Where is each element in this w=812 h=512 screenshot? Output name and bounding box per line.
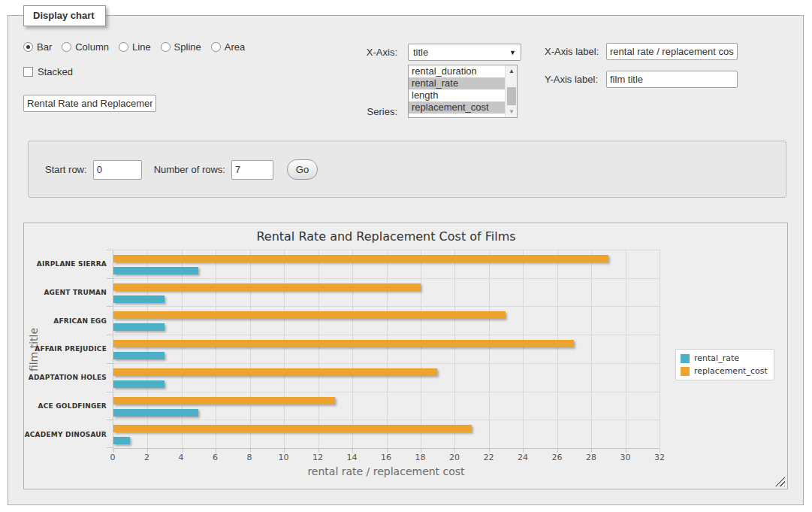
legend-item-rental_rate[interactable]: rental_rate	[681, 353, 768, 363]
category-label: ACADEMY DINOSAUR	[44, 420, 110, 449]
y-tick-mark	[107, 306, 113, 307]
option-replacement_cost[interactable]: replacement_cost	[409, 101, 505, 114]
y-axis-label-label: Y-Axis label:	[545, 74, 598, 85]
go-button[interactable]: Go	[287, 159, 318, 180]
y-tick-mark	[107, 420, 113, 420]
x-tick-label: 30	[620, 453, 631, 462]
category-row	[113, 335, 660, 363]
plot-area	[113, 250, 660, 449]
bar-replacement_cost[interactable]	[113, 397, 335, 404]
option-rental_duration[interactable]: rental_duration	[409, 65, 505, 77]
radio-area[interactable]: Area	[211, 41, 245, 53]
bar-rental_rate[interactable]	[113, 352, 165, 359]
y-tick-mark	[107, 363, 113, 364]
bar-rental_rate[interactable]	[113, 295, 165, 303]
radio-line[interactable]: Line	[119, 41, 151, 53]
radio-spline[interactable]: Spline	[161, 41, 201, 53]
option-rental_rate[interactable]: rental_rate	[409, 77, 505, 89]
gridline	[660, 250, 660, 448]
bar-rental_rate[interactable]	[113, 409, 198, 417]
legend-label: replacement_cost	[694, 366, 768, 376]
radio-icon	[119, 42, 128, 52]
legend-swatch-icon	[681, 354, 690, 363]
category-label: AFFAIR PREJUDICE	[44, 335, 110, 364]
resize-grip-icon[interactable]	[775, 477, 785, 486]
series-scrollbar[interactable]: ▲ ▼	[505, 65, 517, 117]
y-tick-mark	[107, 335, 113, 335]
row-controls-panel: Start row: Number of rows: Go	[28, 141, 786, 198]
start-row-label: Start row:	[45, 164, 87, 175]
x-tick-label: 18	[415, 453, 426, 462]
y-axis-category-labels: AIRPLANE SIERRAAGENT TRUMANAFRICAN EGGAF…	[44, 250, 110, 449]
category-row	[113, 392, 660, 420]
radio-column[interactable]: Column	[62, 41, 109, 53]
x-axis-label-input[interactable]	[606, 43, 738, 60]
series-label: Series:	[357, 106, 397, 117]
radio-icon	[62, 42, 71, 52]
chart-type-radio-group: BarColumnLineSplineArea	[23, 41, 245, 53]
stacked-checkbox[interactable]	[23, 67, 33, 77]
legend-item-replacement_cost[interactable]: replacement_cost	[681, 366, 768, 376]
x-axis-select-label: X-Axis:	[363, 47, 397, 58]
bar-replacement_cost[interactable]	[113, 340, 574, 347]
start-row-input[interactable]	[93, 160, 142, 180]
x-tick-label: 22	[484, 453, 494, 462]
bar-replacement_cost[interactable]	[113, 368, 437, 376]
radio-bar[interactable]: Bar	[23, 41, 52, 53]
bar-rental_rate[interactable]	[113, 267, 198, 274]
display-chart-fieldset: Display chart BarColumnLineSplineArea St…	[8, 15, 804, 505]
x-tick-label: 2	[144, 453, 149, 462]
bar-replacement_cost[interactable]	[113, 255, 608, 262]
category-label: ACE GOLDFINGER	[44, 392, 110, 420]
radio-label: Spline	[174, 41, 201, 53]
x-tick-label: 6	[213, 453, 218, 462]
stacked-label: Stacked	[38, 66, 73, 77]
bar-replacement_cost[interactable]	[113, 283, 421, 291]
y-axis-label-input[interactable]	[606, 71, 738, 88]
num-rows-input[interactable]	[231, 160, 273, 180]
y-tick-mark	[107, 392, 113, 392]
scrollbar-thumb[interactable]	[507, 87, 516, 105]
category-row	[113, 250, 660, 278]
bar-rental_rate[interactable]	[113, 323, 165, 331]
scroll-down-icon[interactable]: ▼	[506, 106, 518, 117]
x-axis-title: rental rate / replacement cost	[113, 465, 660, 477]
category-row	[113, 278, 660, 307]
option-length[interactable]: length	[409, 89, 505, 101]
y-tick-mark	[107, 447, 113, 448]
x-tick-label: 14	[347, 453, 358, 462]
x-tick-label: 28	[586, 453, 596, 462]
radio-icon	[211, 42, 221, 52]
bar-rental_rate[interactable]	[113, 380, 165, 388]
series-multiselect[interactable]: rental_durationrental_ratelengthreplacem…	[408, 65, 518, 118]
category-label: AIRPLANE SIERRA	[44, 250, 110, 278]
series-options: rental_durationrental_ratelengthreplacem…	[409, 65, 505, 117]
num-rows-label: Number of rows:	[154, 164, 225, 175]
radio-label: Area	[225, 41, 245, 53]
x-tick-label: 32	[654, 453, 665, 462]
category-row	[113, 420, 660, 448]
category-label: AFRICAN EGG	[44, 307, 110, 335]
category-row	[113, 363, 660, 392]
x-tick-label: 8	[247, 453, 252, 462]
bar-replacement_cost[interactable]	[113, 425, 472, 432]
x-tick-label: 10	[279, 453, 289, 462]
radio-icon	[23, 42, 33, 52]
radio-label: Column	[75, 41, 109, 53]
x-tick-label: 16	[381, 453, 391, 462]
x-tick-label: 0	[110, 453, 116, 462]
x-tick-label: 20	[449, 453, 460, 462]
scroll-up-icon[interactable]: ▲	[506, 65, 518, 77]
bar-rental_rate[interactable]	[113, 437, 130, 444]
chart-title-input[interactable]	[23, 95, 156, 112]
x-axis-select[interactable]: title ▼	[408, 44, 521, 61]
x-tick-label: 12	[312, 453, 323, 462]
legend-swatch-icon	[681, 367, 690, 376]
chevron-down-icon: ▼	[509, 49, 516, 56]
y-tick-mark	[107, 250, 113, 250]
x-tick-label: 24	[518, 453, 528, 462]
stacked-checkbox-row[interactable]: Stacked	[23, 66, 73, 77]
x-tick-label: 26	[552, 453, 563, 462]
bar-replacement_cost[interactable]	[113, 311, 506, 319]
chart-legend: rental_ratereplacement_cost	[675, 349, 774, 380]
